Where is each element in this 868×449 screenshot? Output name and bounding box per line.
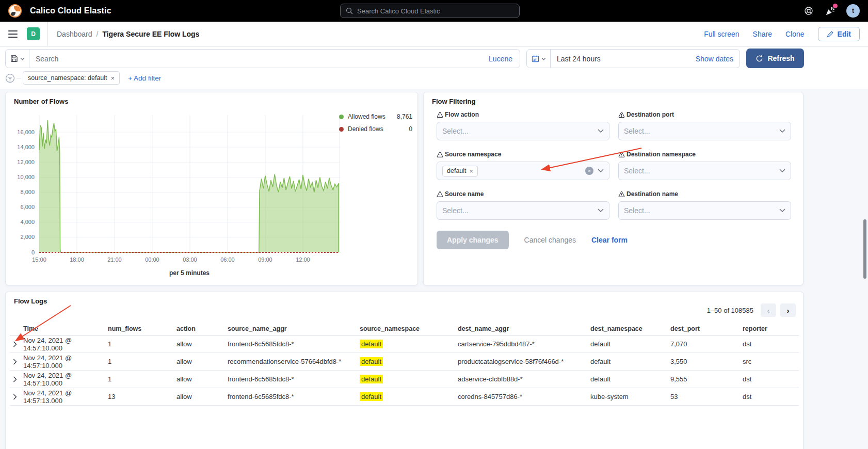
field-label: Flow action (437, 111, 609, 118)
column-header-num_flows[interactable]: num_flows (108, 325, 176, 332)
date-quick-select-button[interactable] (527, 50, 551, 68)
field-select[interactable]: default×× (437, 162, 609, 180)
legend-item-denied-flows[interactable]: Denied flows0 (339, 125, 412, 133)
search-input[interactable] (29, 55, 489, 63)
column-header-time[interactable]: Time (23, 325, 108, 332)
expand-row-icon[interactable] (13, 376, 23, 382)
pagination-count: 1–50 of 108585 (707, 307, 753, 314)
user-avatar[interactable]: t (846, 4, 860, 18)
clear-selection-icon[interactable]: × (585, 167, 593, 175)
filter-form-buttons: Apply changes Cancel changes Clear form (437, 231, 628, 249)
cell-num_flows: 1 (108, 340, 176, 348)
cell-source_namespace: default (360, 340, 458, 348)
top-navigation-bar: Calico Cloud Elastic t (0, 0, 868, 22)
column-header-dest_port[interactable]: dest_port (670, 325, 743, 332)
cell-num_flows: 1 (108, 358, 176, 365)
cell-dest_port: 53 (670, 393, 743, 400)
svg-text:18:00: 18:00 (70, 256, 84, 263)
chevron-down-icon (541, 57, 546, 60)
column-header-source_namespace[interactable]: source_namespace (360, 325, 458, 332)
column-header-source_name_aggr[interactable]: source_name_aggr (228, 325, 360, 332)
svg-text:12,000: 12,000 (17, 159, 35, 165)
field-select[interactable]: Select... (437, 122, 609, 140)
clear-form-button[interactable]: Clear form (591, 236, 628, 244)
chevron-down-icon (598, 209, 604, 213)
select-placeholder: Select... (624, 127, 650, 135)
chevron-down-icon (779, 129, 785, 133)
cell-num_flows: 13 (108, 393, 176, 400)
expand-row-icon[interactable] (13, 359, 23, 365)
clone-link[interactable]: Clone (785, 30, 805, 38)
legend-value: 8,761 (397, 113, 412, 120)
field-label: Destination port (618, 111, 791, 118)
svg-text:14,000: 14,000 (17, 144, 35, 150)
topbar-icons: t (803, 0, 860, 22)
select-placeholder: Select... (442, 206, 469, 215)
edit-button[interactable]: Edit (818, 27, 860, 41)
cell-reporter: dst (743, 375, 799, 383)
filter-field-source-name: Source nameSelect... (437, 190, 609, 220)
page-scrollbar[interactable] (863, 219, 866, 279)
chevron-down-icon (598, 129, 604, 133)
svg-text:15:00: 15:00 (32, 256, 46, 263)
breadcrumb-dashboard[interactable]: Dashboard (57, 30, 92, 38)
breadcrumb-separator: / (97, 30, 99, 38)
expand-row-icon[interactable] (13, 341, 23, 347)
cell-time: Nov 24, 2021 @ 14:57:10.000 (23, 354, 108, 370)
field-label-text: Source namespace (445, 151, 501, 158)
share-link[interactable]: Share (753, 30, 772, 38)
column-header-reporter[interactable]: reporter (743, 325, 799, 332)
expand-row-icon[interactable] (13, 394, 23, 400)
column-header-dest_name_aggr[interactable]: dest_name_aggr (458, 325, 590, 332)
legend-label: Denied flows (348, 125, 383, 133)
remove-filter-icon[interactable]: × (111, 74, 115, 82)
apply-changes-button[interactable]: Apply changes (437, 231, 509, 249)
help-icon[interactable] (803, 5, 814, 17)
field-select[interactable]: Select... (618, 201, 791, 220)
query-language-button[interactable]: Lucene (489, 55, 520, 63)
cell-time: Nov 24, 2021 @ 14:57:10.000 (23, 372, 108, 387)
menu-icon[interactable] (8, 30, 18, 38)
notifications-icon[interactable] (825, 5, 836, 17)
cancel-changes-button[interactable]: Cancel changes (524, 236, 576, 244)
dashboard-content: Number of Flows 02,0004,0006,0008,00010,… (0, 89, 868, 449)
legend-item-allowed-flows[interactable]: Allowed flows8,761 (339, 113, 412, 120)
kibana-dashboard-screen: Calico Cloud Elastic t D Dashboard / Tig… (0, 0, 868, 449)
add-filter-button[interactable]: + Add filter (128, 74, 161, 82)
legend-value: 0 (409, 125, 412, 133)
filter-pill-source-namespace[interactable]: source_namespace: default × (23, 71, 120, 85)
filter-bar: source_namespace: default × + Add filter (5, 71, 161, 85)
filter-field-destination-name: Destination nameSelect... (618, 190, 791, 220)
field-select[interactable]: Select... (437, 201, 609, 220)
full-screen-link[interactable]: Full screen (704, 30, 739, 38)
refresh-button[interactable]: Refresh (746, 49, 804, 68)
global-search-box[interactable] (340, 4, 520, 18)
table-row: Nov 24, 2021 @ 14:57:13.00013allowfronte… (10, 388, 799, 406)
chevron-down-icon (20, 57, 25, 60)
cell-source_name_aggr: frontend-6c5685fdc8-* (228, 340, 360, 348)
remove-value-icon[interactable]: × (470, 167, 474, 175)
next-page-button[interactable]: › (780, 303, 796, 317)
svg-text:2,000: 2,000 (20, 234, 35, 240)
column-header-action[interactable]: action (176, 325, 228, 332)
global-search-input[interactable] (357, 7, 514, 15)
show-dates-button[interactable]: Show dates (696, 55, 740, 63)
warning-icon (618, 111, 625, 118)
cell-action: allow (176, 340, 228, 348)
notification-dot (833, 4, 838, 8)
field-select[interactable]: Select... (618, 122, 791, 140)
selected-value-pill[interactable]: default× (442, 166, 478, 177)
date-picker-group: Last 24 hours Show dates (526, 49, 740, 68)
field-label-text: Destination port (626, 111, 674, 118)
filter-icon[interactable] (5, 73, 15, 83)
cell-dest_name_aggr: productcatalogservice-58f76f466d-* (458, 358, 590, 365)
saved-query-menu-button[interactable] (6, 50, 29, 68)
svg-text:21:00: 21:00 (107, 256, 122, 263)
previous-page-button[interactable]: ‹ (761, 303, 776, 317)
cell-source_name_aggr: recommendationservice-57664dbfd8-* (228, 358, 360, 365)
field-select[interactable]: Select... (618, 162, 791, 180)
filter-field-destination-namespace: Destination namespaceSelect... (618, 151, 791, 180)
time-range-value[interactable]: Last 24 hours (551, 55, 601, 63)
column-header-dest_namespace[interactable]: dest_namespace (590, 325, 670, 332)
cell-num_flows: 1 (108, 375, 176, 383)
